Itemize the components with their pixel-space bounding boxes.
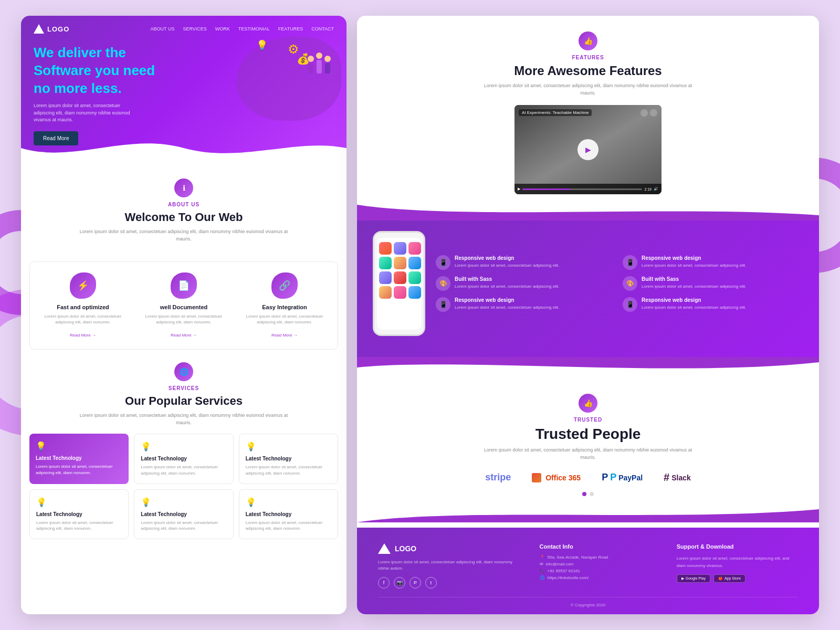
feature-cards-container: ⚡ Fast and optimized Lorem ipsum dolor s… xyxy=(29,261,338,350)
nav-services[interactable]: SERVICES xyxy=(183,26,206,32)
facebook-icon[interactable]: f xyxy=(378,577,390,589)
feature-item-text-2: Responsive web design Lorem ipsum dolor … xyxy=(642,255,746,268)
logo-triangle-icon xyxy=(34,24,44,34)
play-store-icon: ▶ xyxy=(681,576,684,581)
feature-card-link-1[interactable]: Read More → xyxy=(70,333,96,338)
feature-card-desc-1: Lorem ipsum dolor sit amet, consectetuer… xyxy=(39,313,127,325)
about-description: Lorem ipsum dolor sit amet, consectetuer… xyxy=(79,228,289,243)
feature-card-title-1: Fast and optimized xyxy=(39,304,127,310)
feature-item-desc-1: Lorem ipsum dolor sit amet, consectetuer… xyxy=(455,262,559,268)
service-card-icon-2: 💡 xyxy=(141,442,226,452)
video-progress-bar: ▶ 2:19 🔊 xyxy=(514,184,662,194)
feature-card-icon-1: ⚡ xyxy=(70,272,96,299)
website-text: https://linkstosite.com/ xyxy=(548,575,589,580)
responsive-icon-1: 📱 xyxy=(436,255,450,270)
footer-logo-triangle-icon xyxy=(378,543,391,554)
nav-about[interactable]: ABOUT US xyxy=(151,26,175,32)
feature-card-icon-2: 📄 xyxy=(171,272,197,299)
service-card-icon-1: 💡 xyxy=(36,441,122,451)
hero-description: Lorem ipsum dolor sit amet, consectetuer… xyxy=(34,102,139,124)
pinterest-icon[interactable]: P xyxy=(410,577,421,589)
trusted-title: Trusted People xyxy=(378,426,798,443)
address-text: 50a, Sea-Arcade, Narayan Road xyxy=(548,555,608,560)
paypal-text: PayPal xyxy=(618,474,643,482)
nav-contact[interactable]: CONTACT xyxy=(311,26,334,32)
google-play-text: Google Play xyxy=(686,576,706,580)
trusted-description: Lorem ipsum dolor sit amet, consectetuer… xyxy=(483,447,693,461)
feature-card-link-3[interactable]: Read More → xyxy=(271,333,298,338)
service-card-title-1: Latest Technology xyxy=(36,455,122,461)
footer-wave-spacer xyxy=(357,507,819,522)
email-icon: ✉ xyxy=(540,562,543,566)
feature-card-link-2[interactable]: Read More → xyxy=(171,333,197,338)
responsive-icon-2: 📱 xyxy=(623,255,637,270)
right-panel: 👍 FEATURES More Awesome Features Lorem i… xyxy=(357,16,819,614)
service-card-icon-6: 💡 xyxy=(246,497,331,507)
footer-email: ✉ info@mail.com xyxy=(540,562,661,566)
apple-icon: 🍎 xyxy=(718,576,723,581)
trusted-section: 👍 TRUSTED Trusted People Lorem ipsum dol… xyxy=(357,378,819,507)
app-icon-11 xyxy=(394,286,406,299)
trusted-icon: 👍 xyxy=(579,394,597,413)
service-card-3: 💡 Latest Technology Lorem ipsum dolor si… xyxy=(239,434,338,484)
instagram-icon[interactable]: 📷 xyxy=(394,577,405,589)
service-card-desc-5: Lorem ipsum dolor sit amet, consectetuer… xyxy=(141,520,226,531)
footer-support-desc: Lorem ipsum dolor sit amet, consectetuer… xyxy=(677,555,798,570)
nav-features[interactable]: FEATURES xyxy=(278,26,303,32)
nav-work[interactable]: WORK xyxy=(215,26,230,32)
services-title: Our Popular Services xyxy=(29,394,338,408)
trust-dot-2[interactable] xyxy=(590,492,594,496)
logo[interactable]: LOGO xyxy=(34,24,69,34)
feature-item-desc-4: Lorem ipsum dolor sit amet, consectetuer… xyxy=(642,284,746,289)
video-player[interactable]: AI Experiments: Teachable Machine ▶ ▶ 2:… xyxy=(514,105,662,194)
figure-body xyxy=(325,63,330,74)
app-store-badge[interactable]: 🍎 App Store xyxy=(713,574,746,583)
trust-dots xyxy=(378,492,798,496)
figure-1 xyxy=(308,56,314,74)
video-share-icon xyxy=(650,109,657,117)
office365-logo: Office 365 xyxy=(532,473,581,482)
figure-head xyxy=(324,56,331,62)
footer-website: 🌐 https://linkstosite.com/ xyxy=(540,575,661,580)
hero-line2: you need xyxy=(95,62,155,78)
app-icon-5 xyxy=(394,257,406,269)
feature-item-title-4: Built with Sass xyxy=(642,276,746,282)
phone-text: +91 99537 62161 xyxy=(548,569,581,573)
figure-2 xyxy=(316,52,322,74)
service-card-desc-2: Lorem ipsum dolor sit amet, consectetuer… xyxy=(141,464,226,476)
volume-icon[interactable]: 🔊 xyxy=(654,187,658,191)
feature-item-6: 📱 Responsive web design Lorem ipsum dolo… xyxy=(623,297,803,312)
play-icon[interactable]: ▶ xyxy=(518,187,520,191)
video-thumb-icon xyxy=(640,109,648,117)
nav-testimonial[interactable]: TESTIMONIAL xyxy=(238,26,270,32)
google-play-badge[interactable]: ▶ Google Play xyxy=(677,574,710,583)
feature-item-2: 📱 Responsive web design Lorem ipsum dolo… xyxy=(623,255,803,270)
feature-item-desc-5: Lorem ipsum dolor sit amet, consectetuer… xyxy=(455,304,559,310)
video-progress-track[interactable] xyxy=(522,188,642,190)
service-card-title-2: Latest Technology xyxy=(141,456,226,461)
figure-head xyxy=(308,56,314,62)
slack-logo: # Slack xyxy=(664,471,691,484)
phone-mockup xyxy=(373,231,425,336)
wave-spacer xyxy=(357,205,819,220)
about-title: Welcome To Our Web xyxy=(34,211,334,224)
nav-links: ABOUT US SERVICES WORK TESTIMONIAL FEATU… xyxy=(151,26,334,32)
service-card-6: 💡 Latest Technology Lorem ipsum dolor si… xyxy=(239,489,338,539)
phone-screen xyxy=(377,238,421,330)
service-card-2: 💡 Latest Technology Lorem ipsum dolor si… xyxy=(134,434,233,484)
slack-text: Slack xyxy=(671,474,691,482)
trust-dot-1[interactable] xyxy=(582,492,586,496)
footer-address: 📍 50a, Sea-Arcade, Narayan Road xyxy=(540,555,661,560)
lightbulb-icon: 💡 xyxy=(256,39,268,51)
feature-item-title-2: Responsive web design xyxy=(642,255,746,261)
footer-support-label: Support & Download xyxy=(677,543,798,550)
service-card-title-3: Latest Technology xyxy=(246,456,331,461)
address-icon: 📍 xyxy=(540,555,545,560)
feature-item-4: 🎨 Built with Sass Lorem ipsum dolor sit … xyxy=(623,276,803,291)
play-button[interactable]: ▶ xyxy=(578,139,598,160)
twitter-icon[interactable]: t xyxy=(425,577,437,589)
app-icon-10 xyxy=(379,286,392,299)
service-card-desc-4: Lorem ipsum dolor sit amet, consectetuer… xyxy=(36,520,122,531)
footer-logo: LOGO xyxy=(378,543,524,554)
service-card-title-6: Latest Technology xyxy=(246,511,331,517)
